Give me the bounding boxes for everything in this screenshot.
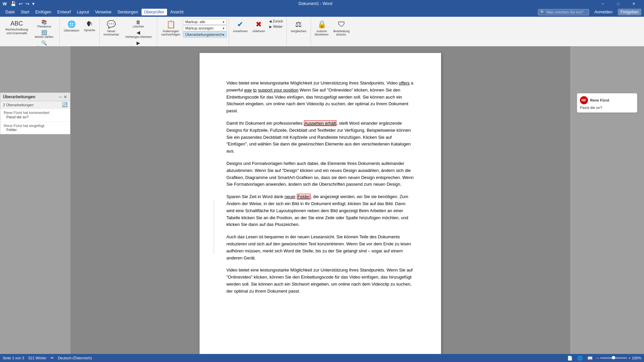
ribbon-bearbeitung-einschr-btn[interactable]: 🛡 Bearbeitungeinschr.	[331, 19, 352, 38]
panel-subheader-count: 2 Überarbeitungen	[3, 103, 34, 107]
restrict-editing-icon: 🛡	[338, 20, 345, 29]
paragraph-5: Auch das Lesen ist bequemer in der neuen…	[226, 234, 414, 261]
word-support-position: support your position	[258, 87, 299, 93]
menu-sendungen[interactable]: Sendungen	[115, 9, 141, 15]
window-controls: ─ □ ✕	[595, 0, 641, 7]
panel-collapse-btn[interactable]: ─	[59, 94, 62, 100]
word-neuer: neuer	[284, 194, 296, 199]
review-item-1[interactable]: Rene Fürst hat eingefügt Felder	[0, 122, 70, 134]
paragraph-4: Sparen Sie Zeit in Word dank neuer Felde…	[226, 193, 414, 228]
comment-text: Passt die so?	[580, 106, 634, 110]
ribbon-weiter-btn[interactable]: ▶ Weiter	[268, 24, 284, 29]
minimize-btn[interactable]: ─	[595, 0, 610, 7]
customize-quick-btn[interactable]: ▾	[31, 1, 36, 6]
quick-access-toolbar: 💾 ↩ ↪ ▾	[9, 1, 36, 6]
maximize-btn[interactable]: □	[610, 0, 626, 7]
menu-ansicht[interactable]: Ansicht	[168, 9, 186, 15]
paragraph-6: Video bietet eine leistungsstarke Möglic…	[226, 267, 414, 295]
ribbon-vorheriges-btn[interactable]: ◀ Vorheriges Element	[122, 29, 155, 39]
markup-anzeigen-dropdown-icon[interactable]: ▾	[223, 26, 224, 30]
doc-container[interactable]: Video bietet eine leistungsstarke Möglic…	[70, 46, 570, 354]
menu-datei[interactable]: Datei	[3, 9, 17, 15]
word-aussehen-erhaelt: Aussehen erhält	[304, 120, 337, 126]
close-btn[interactable]: ✕	[626, 0, 641, 7]
status-bar: Seite 1 von 3 521 Wörter ✏ Deutsch (Öste…	[0, 354, 644, 362]
zoom-level: 100%	[632, 356, 641, 360]
word-offers: offers	[399, 80, 410, 85]
ribbon-markup-anzeigen-btn[interactable]: Markup anzeigen ▾	[183, 25, 226, 31]
menu-right: 🔍 Anmelden Freigeben	[538, 9, 641, 15]
zoom-thumb	[612, 356, 615, 359]
track-changes-icon: 📋	[166, 20, 175, 29]
ribbon-ueberarbeitungsbereich-btn[interactable]: Überarbeitungsbereich ▾	[183, 32, 226, 38]
language-icon: 🗣	[86, 20, 93, 28]
main-area: Überarbeitungen ─ ✕ 2 Überarbeitungen 🔄 …	[0, 46, 644, 354]
ribbon-ablehnen-btn[interactable]: ✖ Ablehnen	[250, 19, 267, 34]
search-input[interactable]	[546, 10, 587, 14]
menu-entwurf[interactable]: Entwurf	[55, 9, 74, 15]
ribbon-vergleichen-btn[interactable]: ⚖ Vergleichen	[289, 19, 309, 34]
word-logo: W	[3, 1, 7, 6]
menu-start[interactable]: Start	[18, 9, 32, 15]
ribbon-neuer-kommentar-btn[interactable]: 💬 NeuerKommentar	[102, 19, 121, 38]
ribbon-aenderungen-nachverfolgen-btn[interactable]: 📋 Änderungennachverfolgen	[159, 19, 182, 38]
menu-layout[interactable]: Layout	[74, 9, 92, 15]
forward-icon: ▶ Weiter	[269, 25, 283, 28]
ueberarbeitungsbereich-dropdown-icon[interactable]: ▾	[223, 33, 224, 37]
next-icon: ▶	[137, 40, 140, 46]
search-box[interactable]: 🔍	[538, 9, 589, 15]
markup-label: Markup: alle	[185, 20, 205, 24]
markup-dropdown-icon[interactable]: ▾	[223, 20, 224, 24]
ribbon-loeschen-btn[interactable]: 🗑 Löschen	[122, 19, 155, 29]
ribbon-annehmen-btn[interactable]: ✔ Annehmen	[231, 19, 250, 34]
ribbon-autoren-blockieren-btn[interactable]: 🔒 Autorenblockieren	[313, 19, 331, 38]
panel-refresh-btn[interactable]: 🔄	[62, 102, 67, 107]
ribbon-col-thesaurus: 📚 Thesaurus 🔢 Wörter zählen 🔍 Intelligen…	[31, 19, 58, 50]
status-view-print[interactable]: 📄	[566, 356, 574, 361]
comment-author: Rene Fürst	[590, 98, 609, 102]
ribbon-uebersetzen-btn[interactable]: 🌐 Übersetzen	[62, 19, 81, 34]
review-item-0[interactable]: Rene Fürst hat kommentiert	[0, 109, 70, 122]
ribbon-worterzahlen-btn[interactable]: 🔢 Wörter zählen	[31, 29, 58, 39]
comment-avatar-initials: RF	[582, 98, 587, 102]
word-way: way	[244, 87, 252, 93]
paragraph-3: Designs und Formatvorlagen helfen auch d…	[226, 160, 414, 188]
undo-quick-btn[interactable]: ↩	[18, 1, 24, 6]
delete-icon: 🗑	[136, 19, 141, 25]
title-bar-left: W 💾 ↩ ↪ ▾	[3, 1, 36, 6]
left-margin-line	[214, 200, 214, 254]
redo-quick-btn[interactable]: ↪	[24, 1, 31, 6]
status-right: 📄 🌐 📖 ─ + 100%	[566, 356, 641, 361]
status-view-read[interactable]: 📖	[586, 356, 594, 361]
new-comment-icon: 💬	[107, 20, 116, 29]
comment-bubble[interactable]: RF Rene Fürst Passt die so?	[577, 93, 637, 113]
ribbon-thesaurus-btn[interactable]: 📚 Thesaurus	[31, 19, 58, 29]
comment-author-row: RF Rene Fürst	[580, 96, 634, 104]
zoom-out-btn[interactable]: ─	[596, 356, 599, 360]
back-icon: ◀ Zurück	[269, 19, 283, 23]
zoom-in-btn[interactable]: +	[628, 356, 630, 360]
paragraph-1: Video bietet eine leistungsstarke Möglic…	[226, 80, 414, 115]
zoom-slider[interactable]	[600, 357, 627, 359]
panel-header: Überarbeitungen ─ ✕	[0, 93, 70, 101]
menu-einfuegen[interactable]: Einfügen	[33, 9, 54, 15]
status-view-web[interactable]: 🌐	[576, 356, 584, 361]
prev-icon: ◀	[137, 30, 140, 35]
ribbon-zurueck-btn[interactable]: ◀ Zurück	[268, 19, 284, 24]
ribbon-sprache-btn[interactable]: 🗣 Sprache	[82, 19, 97, 33]
menu-verweise[interactable]: Verweise	[92, 9, 114, 15]
panel-close-btn[interactable]: ✕	[63, 94, 67, 100]
status-language: Deutsch (Österreich)	[58, 356, 92, 360]
ribbon-col-nav: ◀ Zurück ▶ Weiter	[268, 19, 284, 29]
search-icon: 🔍	[540, 10, 545, 14]
freigeben-btn[interactable]: Freigeben	[618, 9, 641, 15]
review-item-input-0[interactable]	[4, 115, 67, 119]
ribbon-rechtschreibung-btn[interactable]: ABC Rechtschreibungund Grammatik	[3, 19, 30, 37]
anmelden-btn[interactable]: Anmelden	[592, 9, 615, 15]
save-quick-btn[interactable]: 💾	[9, 1, 17, 6]
ribbon-markup-alle-btn[interactable]: Markup: alle ▾	[183, 19, 226, 25]
word-felder: Felder	[297, 194, 311, 199]
menu-ueberpruefen[interactable]: Überprüfen	[142, 9, 167, 15]
comment-avatar: RF	[580, 96, 588, 104]
markup-anzeigen-label: Markup anzeigen	[185, 26, 213, 30]
